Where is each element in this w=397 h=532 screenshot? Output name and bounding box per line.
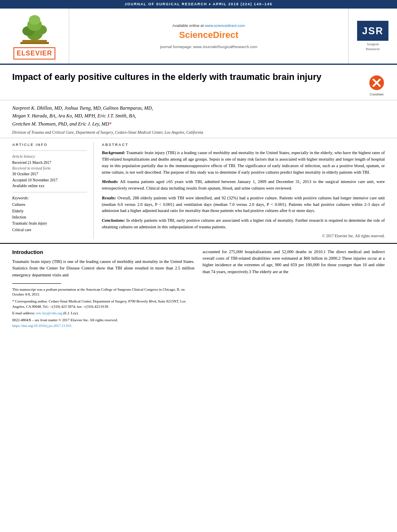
elsevier-tree-icon	[12, 13, 57, 45]
elsevier-wordmark: ELSEVIER	[13, 47, 55, 60]
abstract-methods: Methods: All trauma patients aged ≥65 ye…	[102, 179, 385, 192]
conclusions-text: In elderly patients with TBI, early posi…	[102, 218, 385, 229]
intro-right-column: accounted for 275,000 hospitalizations a…	[203, 249, 385, 329]
journal-homepage-text: journal homepage: www.JournalofSurgicalR…	[160, 44, 257, 49]
abstract-results: Results: Overall, 288 elderly patients w…	[102, 195, 385, 214]
authors-list: Navpreet K. Dhillon, MD, Joshua Tseng, M…	[12, 104, 385, 128]
footnote-divider	[12, 283, 61, 284]
footnote-email: E-mail address: eric.ley@cshs.org (E.J. …	[12, 311, 195, 316]
background-head: Background:	[102, 150, 125, 155]
available-online-text: Available online at www.sciencedirect.co…	[172, 23, 245, 28]
keyword-infection: Infection	[12, 215, 87, 220]
intro-heading: Introduction	[12, 249, 195, 256]
intro-left-text: Traumatic brain injury (TBI) is one of t…	[12, 258, 195, 278]
copyright-text: © 2017 Elsevier Inc. All rights reserved…	[102, 234, 385, 239]
received-date: Received 21 March 2017	[12, 160, 87, 166]
accepted-date: Accepted 10 November 2017	[12, 178, 87, 183]
main-content-area: ARTICLE INFO Article history: Received 2…	[0, 138, 397, 243]
direct-text: Direct	[213, 30, 238, 40]
abstract-conclusions: Conclusions: In elderly patients with TB…	[102, 217, 385, 230]
svg-point-5	[29, 15, 40, 25]
footnote-doi: https://doi.org/10.1016/j.jss.2017.11.03…	[12, 323, 195, 329]
keyword-tbi: Traumatic brain injury	[12, 221, 87, 226]
affiliation-text: Division of Trauma and Critical Care, De…	[12, 130, 385, 135]
abstract-column: ABSTRACT Background: Traumatic brain inj…	[102, 142, 385, 239]
journal-header-bar: JOURNAL OF SURGICAL RESEARCH ♦ APRIL 201…	[0, 0, 397, 9]
divider-1	[12, 150, 87, 151]
article-title-section: Impact of early positive cultures in the…	[0, 65, 397, 100]
abstract-label: ABSTRACT	[102, 142, 385, 148]
divider-2	[12, 192, 87, 192]
revised-form-label: Received in revised form	[12, 166, 87, 171]
conclusions-head: Conclusions:	[102, 218, 125, 223]
body-content: Introduction Traumatic brain injury (TBI…	[12, 249, 385, 329]
jsr-logo-section: JSR SurgicalResearch	[348, 9, 397, 64]
sciencedirect-header: Available online at www.sciencedirect.co…	[69, 9, 348, 64]
footnote-presentation: This manuscript was a podium presentatio…	[12, 287, 195, 297]
revised-date: 30 October 2017	[12, 172, 87, 177]
svg-rect-7	[22, 40, 47, 43]
keywords-label: Keywords:	[12, 196, 87, 201]
authors-section: Navpreet K. Dhillon, MD, Joshua Tseng, M…	[0, 100, 397, 138]
methods-head: Methods:	[102, 179, 118, 184]
page-header: ELSEVIER Available online at www.science…	[0, 9, 397, 65]
intro-right-text: accounted for 275,000 hospitalizations a…	[203, 249, 385, 275]
article-info-column: ARTICLE INFO Article history: Received 2…	[12, 142, 94, 239]
elsevier-logo-section: ELSEVIER	[0, 9, 69, 64]
jsr-subtitle: SurgicalResearch	[357, 42, 388, 51]
results-text: Overall, 288 elderly patients with TBI w…	[102, 196, 385, 213]
article-title: Impact of early positive cultures in the…	[12, 71, 362, 83]
abstract-background: Background: Traumatic brain injury (TBI)…	[102, 150, 385, 175]
footnote-corresponding: * Corresponding author. Cedars-Sinai Med…	[12, 299, 195, 309]
journal-title-bar: JOURNAL OF SURGICAL RESEARCH ♦ APRIL 201…	[125, 2, 272, 6]
available-online: Available online xxx	[12, 183, 87, 189]
intro-left-column: Introduction Traumatic brain injury (TBI…	[12, 249, 195, 329]
body-section: Introduction Traumatic brain injury (TBI…	[0, 243, 397, 333]
doi-link[interactable]: https://doi.org/10.1016/j.jss.2017.11.03…	[12, 324, 72, 328]
crossmark-badge[interactable]: CrossMark	[368, 75, 385, 97]
history-label: Article history:	[12, 154, 87, 159]
footnote-issn: 0022-4804/$ – see front matter © 2017 El…	[12, 318, 195, 323]
crossmark-label: CrossMark	[368, 93, 385, 97]
article-info-label: ARTICLE INFO	[12, 142, 87, 148]
jsr-box: JSR	[357, 21, 388, 41]
sciencedirect-url[interactable]: www.sciencedirect.com	[205, 23, 245, 28]
keyword-cultures: Cultures	[12, 202, 87, 208]
results-head: Results:	[102, 196, 116, 200]
sciencedirect-logo: ScienceDirect	[179, 29, 239, 42]
science-text: Science	[179, 30, 213, 40]
keyword-elderly: Elderly	[12, 209, 87, 214]
footnote-email-link[interactable]: eric.ley@cshs.org	[36, 311, 62, 315]
corresponding-asterisk: *	[109, 121, 112, 127]
background-text: Traumatic brain injury (TBI) is a leadin…	[102, 150, 385, 174]
keyword-critical-care: Critical care	[12, 227, 87, 233]
crossmark-icon	[368, 75, 385, 91]
methods-text: All trauma patients aged ≥65 years with …	[102, 179, 385, 190]
